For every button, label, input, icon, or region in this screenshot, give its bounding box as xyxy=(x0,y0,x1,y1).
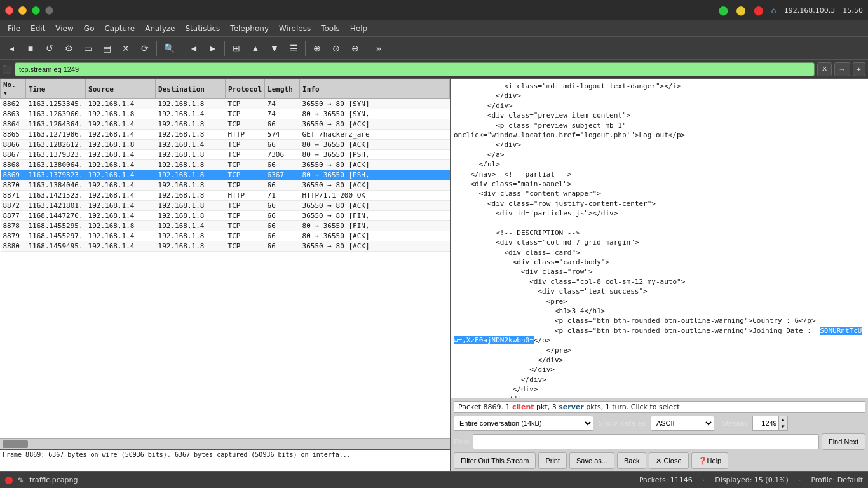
table-row[interactable]: 8867 1163.1379323. 192.168.1.4 192.168.1… xyxy=(1,150,450,160)
data-format-select[interactable]: ASCII Hex EBCDIC xyxy=(651,416,714,431)
col-header-source[interactable]: Source xyxy=(86,79,156,99)
stream-spinner[interactable]: 1249 ▲ ▼ xyxy=(752,416,788,431)
menu-analyze[interactable]: Analyze xyxy=(140,23,180,34)
stream-content[interactable]: <i class="mdi mdi-logout text-danger"></… xyxy=(451,79,868,398)
cell-src: 192.168.1.4 xyxy=(86,180,156,191)
filter-out-button[interactable]: Filter Out This Stream xyxy=(454,452,536,469)
reload-button[interactable]: ↺ xyxy=(41,39,58,57)
filter-apply-button[interactable]: → xyxy=(834,62,850,76)
menu-go[interactable]: Go xyxy=(79,23,100,34)
cell-len: 66 xyxy=(265,211,300,221)
titlebar-right: ⬤ ⬤ ⬤ ⌂ 192.168.100.3 15:50 xyxy=(719,5,863,15)
col-header-time[interactable]: Time xyxy=(26,79,86,99)
table-row[interactable]: 8880 1168.1459495. 192.168.1.4 192.168.1… xyxy=(1,241,450,252)
statusbar: ✎ traffic.pcapng Packets: 11146 · Displa… xyxy=(0,471,868,488)
zoom-reset-button[interactable]: ⊙ xyxy=(327,39,345,57)
minimize-button[interactable] xyxy=(18,6,27,15)
menu-view[interactable]: View xyxy=(50,23,78,34)
search-button[interactable]: 🔍 xyxy=(159,39,179,57)
table-row[interactable]: 8877 1168.1447270. 192.168.1.4 192.168.1… xyxy=(1,211,450,221)
close-button-2[interactable]: ✕ Close xyxy=(649,452,688,469)
prev-button[interactable]: ◄ xyxy=(185,39,203,57)
options-button[interactable]: ⚙ xyxy=(60,39,78,57)
menubar: File Edit View Go Capture Analyze Statis… xyxy=(0,20,868,37)
menu-statistics[interactable]: Statistics xyxy=(180,23,225,34)
save-as-button[interactable]: Save as... xyxy=(569,452,614,469)
table-row[interactable]: 8869 1163.1379323. 192.168.1.4 192.168.1… xyxy=(1,170,450,180)
menu-help[interactable]: Help xyxy=(345,23,372,34)
col-header-protocol[interactable]: Protocol xyxy=(226,79,265,99)
spin-up-button[interactable]: ▲ xyxy=(778,416,787,423)
table-row[interactable]: 8870 1163.1384046. 192.168.1.4 192.168.1… xyxy=(1,180,450,191)
toolbar-separator-2 xyxy=(182,41,182,56)
cell-proto: TCP xyxy=(226,140,265,150)
follow-stream-pane: <i class="mdi mdi-logout text-danger"></… xyxy=(451,79,868,471)
cell-info: 80 → 36550 [PSH, xyxy=(300,170,450,180)
filter-input[interactable]: tcp.stream eq 1249 xyxy=(15,62,815,76)
table-row[interactable]: 8864 1163.1264364. 192.168.1.4 192.168.1… xyxy=(1,119,450,130)
zoom-out-button[interactable]: ⊖ xyxy=(346,39,364,57)
up-button[interactable]: ▲ xyxy=(247,39,264,57)
menu-edit[interactable]: Edit xyxy=(25,23,50,34)
cell-time: 1163.1379323. xyxy=(26,150,86,160)
col-header-length[interactable]: Length xyxy=(265,79,300,99)
horizontal-scrollbar[interactable] xyxy=(0,438,450,449)
filter-bookmark-button[interactable]: + xyxy=(853,62,865,76)
find-input[interactable]: description xyxy=(473,434,819,449)
cell-proto: TCP xyxy=(226,211,265,221)
packet-table[interactable]: No. ▾ Time Source Destination Protocol L… xyxy=(0,79,450,438)
find-next-button[interactable]: Find Next xyxy=(822,433,865,450)
maximize-button[interactable] xyxy=(32,6,40,15)
conversation-select[interactable]: Entire conversation (14kB) xyxy=(454,416,593,431)
jump-button[interactable]: ⊞ xyxy=(227,39,245,57)
next-button[interactable]: ► xyxy=(204,39,222,57)
cell-len: 6367 xyxy=(265,170,300,180)
menu-telephony[interactable]: Telephony xyxy=(225,23,274,34)
menu-file[interactable]: File xyxy=(3,23,25,34)
table-row[interactable]: 8879 1168.1455297. 192.168.1.4 192.168.1… xyxy=(1,231,450,241)
spin-down-button[interactable]: ▼ xyxy=(778,423,787,430)
help-button[interactable]: ❓Help xyxy=(691,452,729,469)
col-header-no[interactable]: No. ▾ xyxy=(1,79,26,99)
list-button[interactable]: ☰ xyxy=(285,39,302,57)
files-button[interactable]: ▭ xyxy=(79,39,97,57)
toolbar-separator-4 xyxy=(305,41,306,56)
table-row[interactable]: 8863 1163.1263960. 192.168.1.8 192.168.1… xyxy=(1,109,450,119)
x-button[interactable]: ✕ xyxy=(117,39,135,57)
table-row[interactable]: 8872 1163.1421801. 192.168.1.4 192.168.1… xyxy=(1,201,450,211)
home-icon: ⌂ xyxy=(771,6,776,15)
highlighted-value: S0NURntTcUw=,XzF0ajNDN2kwbn0= xyxy=(454,327,862,344)
menu-tools[interactable]: Tools xyxy=(316,23,345,34)
zoom-in-button[interactable]: ⊕ xyxy=(308,39,326,57)
cell-proto: HTTP xyxy=(226,130,265,140)
more-button[interactable]: » xyxy=(370,39,388,57)
stream-input[interactable]: 1249 xyxy=(753,416,778,430)
clock: 15:50 xyxy=(843,6,863,15)
cell-proto: TCP xyxy=(226,170,265,180)
table-row[interactable]: 8868 1163.1380064. 192.168.1.4 192.168.1… xyxy=(1,160,450,170)
table-row[interactable]: 8862 1163.1253345. 192.168.1.4 192.168.1… xyxy=(1,99,450,109)
open-button[interactable]: ◂ xyxy=(3,39,20,57)
table-row[interactable]: 8878 1168.1455295. 192.168.1.8 192.168.1… xyxy=(1,221,450,231)
stop-button[interactable]: ■ xyxy=(22,39,39,57)
cell-src: 192.168.1.4 xyxy=(86,99,156,109)
back-button[interactable]: Back xyxy=(617,452,646,469)
cell-dst: 192.168.1.8 xyxy=(156,180,226,191)
menu-wireless[interactable]: Wireless xyxy=(274,23,316,34)
down-button[interactable]: ▼ xyxy=(266,39,283,57)
table-row[interactable]: 8866 1163.1282612. 192.168.1.8 192.168.1… xyxy=(1,140,450,150)
col-header-destination[interactable]: Destination xyxy=(156,79,226,99)
table-row[interactable]: 8865 1163.1271986. 192.168.1.4 192.168.1… xyxy=(1,130,450,140)
table-button[interactable]: ▤ xyxy=(98,39,116,57)
close-button[interactable] xyxy=(5,6,13,15)
table-row[interactable]: 8871 1163.1421523. 192.168.1.4 192.168.1… xyxy=(1,191,450,201)
col-header-info[interactable]: Info xyxy=(300,79,450,99)
filter-clear-button[interactable]: ✕ xyxy=(817,62,832,76)
cell-time: 1163.1282612. xyxy=(26,140,86,150)
menu-capture[interactable]: Capture xyxy=(99,23,140,34)
refresh-button[interactable]: ⟳ xyxy=(136,39,154,57)
extra-button[interactable] xyxy=(45,6,53,15)
displayed-count: Displayed: 15 (0.1%) xyxy=(715,476,789,484)
print-button[interactable]: Print xyxy=(538,452,567,469)
cell-proto: TCP xyxy=(226,150,265,160)
